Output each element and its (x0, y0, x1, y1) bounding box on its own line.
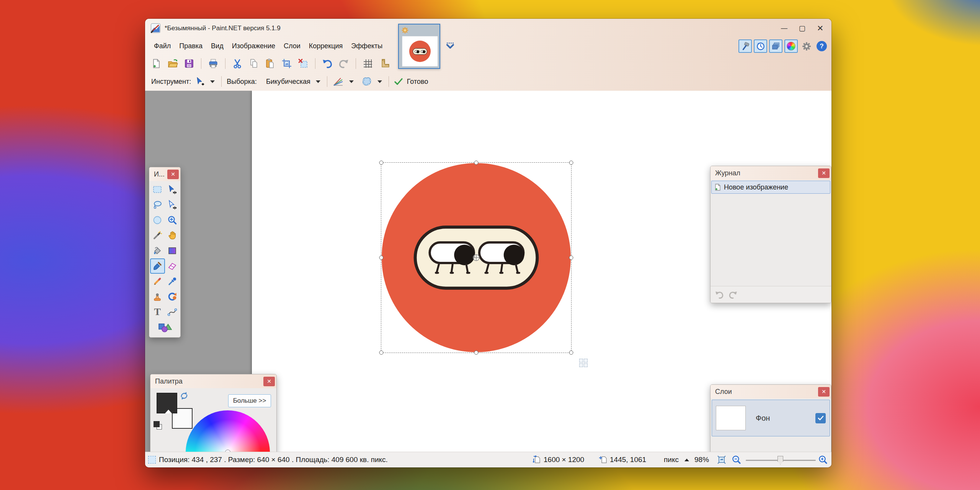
selection-grid-handle[interactable] (579, 359, 588, 367)
tool-lasso-select[interactable] (150, 197, 165, 212)
zoom-slider-thumb[interactable] (777, 456, 783, 465)
image-list-dropdown[interactable] (446, 42, 454, 49)
menu-effects[interactable]: Эффекты (347, 39, 387, 53)
tool-move-selection[interactable] (165, 197, 180, 212)
copy-button[interactable] (248, 58, 260, 69)
toolbar-separator (225, 58, 225, 69)
help-button[interactable]: ? (815, 39, 828, 53)
history-panel-close-button[interactable]: ✕ (818, 168, 830, 178)
tool-shapes[interactable] (150, 320, 180, 335)
menu-layers[interactable]: Слои (279, 39, 305, 53)
tool-dropdown-arrow[interactable] (210, 80, 215, 83)
grid-button[interactable] (362, 58, 374, 69)
move-tool-icon[interactable] (195, 77, 205, 87)
selection-handle-e[interactable] (569, 256, 573, 260)
undo-button[interactable] (322, 58, 333, 69)
selection-handle-ne[interactable] (569, 161, 573, 165)
selection-handle-n[interactable] (474, 161, 479, 165)
swap-colors-icon[interactable] (180, 391, 189, 400)
finish-label[interactable]: Готово (407, 78, 428, 86)
paste-button[interactable] (265, 58, 276, 69)
history-panel-header[interactable]: Журнал ✕ (710, 166, 831, 180)
selection-handle-se[interactable] (569, 351, 573, 355)
zoom-slider[interactable] (746, 460, 816, 461)
fit-to-window-button[interactable] (717, 452, 727, 467)
tools-panel-close-button[interactable]: ✕ (167, 170, 179, 179)
deselect-button[interactable] (297, 58, 309, 69)
open-button[interactable] (167, 58, 178, 69)
selection-handle-sw[interactable] (379, 351, 384, 355)
tool-gradient[interactable] (165, 243, 180, 258)
tool-pencil[interactable] (150, 274, 165, 289)
layer-visibility-checkbox[interactable] (815, 413, 826, 423)
tool-clone-stamp[interactable] (150, 289, 165, 304)
tool-line-curve[interactable] (165, 304, 180, 320)
image-tab[interactable] (398, 24, 440, 69)
layers-panel-close-button[interactable]: ✕ (818, 387, 830, 397)
print-button[interactable] (207, 58, 219, 69)
selection-rectangle[interactable] (381, 162, 572, 353)
minimize-button[interactable]: — (775, 22, 793, 35)
ruler-button[interactable] (379, 58, 390, 69)
tool-move-selected-pixels[interactable] (165, 182, 180, 197)
selection-mode-dropdown-arrow[interactable] (377, 80, 382, 83)
palette-panel-close-button[interactable]: ✕ (263, 377, 275, 386)
tool-paintbrush[interactable] (150, 258, 165, 274)
units-dropdown[interactable]: пикс (664, 452, 689, 467)
history-item[interactable]: Новое изображение (711, 181, 830, 194)
tool-eraser[interactable] (165, 258, 180, 274)
close-button[interactable]: ✕ (811, 22, 829, 35)
canvas-size-icon[interactable] (532, 455, 542, 464)
toggle-colors-panel-button[interactable] (784, 39, 798, 53)
finish-check-icon[interactable] (394, 77, 403, 86)
quality-dropdown-arrow[interactable] (349, 80, 354, 83)
color-wheel[interactable] (186, 410, 270, 452)
save-button[interactable] (183, 58, 195, 69)
menu-edit[interactable]: Правка (175, 39, 207, 53)
image-thumbnail (402, 36, 438, 67)
tool-recolor[interactable] (165, 289, 180, 304)
selection-center-handle[interactable] (472, 254, 480, 261)
primary-color-swatch[interactable] (157, 393, 177, 413)
toggle-layers-panel-button[interactable] (769, 39, 782, 53)
history-undo-icon[interactable] (714, 290, 724, 299)
layer-row[interactable]: Фон (712, 400, 830, 436)
layers-panel-header[interactable]: Слои ✕ (710, 385, 831, 399)
crop-button[interactable] (281, 58, 292, 69)
resampling-value[interactable]: Бикубическая (266, 78, 310, 86)
redo-button[interactable] (338, 58, 350, 69)
selection-handle-nw[interactable] (379, 161, 384, 165)
new-image-button[interactable] (150, 58, 162, 69)
cut-button[interactable] (232, 58, 243, 69)
selection-handle-w[interactable] (379, 256, 384, 260)
tool-paint-bucket[interactable] (150, 243, 165, 258)
settings-button[interactable] (800, 39, 813, 53)
zoom-out-button[interactable] (732, 452, 742, 467)
menu-file[interactable]: Файл (150, 39, 175, 53)
selection-handle-s[interactable] (474, 351, 479, 355)
menu-image[interactable]: Изображение (228, 39, 279, 53)
toggle-history-panel-button[interactable] (754, 39, 767, 53)
tool-color-picker[interactable] (165, 274, 180, 289)
more-colors-button[interactable]: Больше >> (228, 394, 271, 407)
title-bar[interactable]: *Безымянный - Paint.NET версия 5.1.9 — ▢… (145, 19, 831, 38)
palette-panel-header[interactable]: Палитра ✕ (150, 374, 276, 388)
selection-mode-icon[interactable] (361, 76, 372, 87)
tool-ellipse-select[interactable] (150, 212, 165, 228)
unsaved-asterisk-icon (401, 26, 409, 34)
maximize-button[interactable]: ▢ (793, 22, 811, 35)
history-redo-icon[interactable] (728, 290, 738, 299)
zoom-in-button[interactable] (818, 452, 828, 467)
tools-panel-header[interactable]: И... ✕ (149, 167, 180, 181)
tool-pan[interactable] (165, 228, 180, 243)
tool-rectangle-select[interactable] (150, 182, 165, 197)
resampling-dropdown-arrow[interactable] (316, 80, 320, 83)
menu-adjustments[interactable]: Коррекция (305, 39, 347, 53)
menu-view[interactable]: Вид (207, 39, 228, 53)
tool-text[interactable]: T (150, 304, 165, 320)
quality-icon[interactable] (332, 76, 344, 87)
toggle-tools-panel-button[interactable] (738, 39, 752, 53)
tool-zoom[interactable] (165, 212, 180, 228)
tool-magic-wand[interactable] (150, 228, 165, 243)
default-colors-icon[interactable] (154, 421, 163, 431)
